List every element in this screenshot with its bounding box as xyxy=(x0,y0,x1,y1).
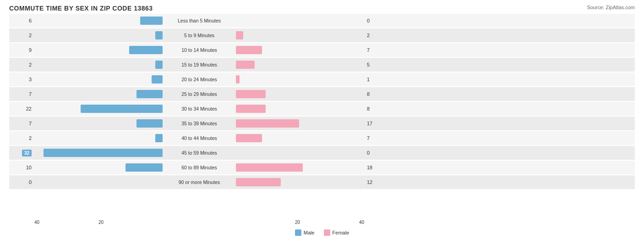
left-value: 32 xyxy=(9,150,34,156)
female-bar xyxy=(236,31,243,39)
right-bar-container xyxy=(236,105,364,113)
right-bar-container xyxy=(236,75,364,84)
table-row: 3 20 to 24 Minutes 1 xyxy=(9,73,635,86)
right-value: 8 xyxy=(364,106,387,112)
chart-container: COMMUTE TIME BY SEX IN ZIP CODE 13863 So… xyxy=(0,0,644,240)
left-value: 9 xyxy=(9,47,34,53)
female-bar xyxy=(236,178,281,186)
male-bar xyxy=(155,61,163,69)
row-label: 35 to 39 Minutes xyxy=(163,121,236,126)
female-legend-box xyxy=(324,229,330,236)
male-bar xyxy=(155,31,163,39)
left-bar-container xyxy=(34,105,163,113)
left-bar-container xyxy=(34,46,163,54)
right-value: 8 xyxy=(364,91,387,97)
row-label: 5 to 9 Minutes xyxy=(163,33,236,38)
table-row: 7 25 to 29 Minutes 8 xyxy=(9,87,635,101)
table-row: 9 10 to 14 Minutes 7 xyxy=(9,43,635,57)
legend-female: Female xyxy=(324,229,349,236)
male-bar xyxy=(152,75,163,84)
right-value: 2 xyxy=(364,33,387,38)
right-bar-container xyxy=(236,46,364,54)
left-value: 7 xyxy=(9,91,34,97)
left-bar-container xyxy=(34,31,163,39)
axis-right: 20 40 xyxy=(236,220,364,225)
female-bar xyxy=(236,105,266,113)
female-bar xyxy=(236,163,303,172)
table-row: 2 5 to 9 Minutes 2 xyxy=(9,28,635,42)
row-label: 20 to 24 Minutes xyxy=(163,77,236,82)
male-bar xyxy=(136,119,163,128)
table-row: 32 45 to 59 Minutes 0 xyxy=(9,146,635,160)
left-bar-container xyxy=(34,149,163,157)
right-value: 7 xyxy=(364,135,387,141)
left-value: 10 xyxy=(9,165,34,170)
right-bar-container xyxy=(236,17,364,25)
left-value: 7 xyxy=(9,121,34,126)
right-bar-container xyxy=(236,119,364,128)
left-bar-container xyxy=(34,61,163,69)
female-bar xyxy=(236,134,262,142)
right-value: 7 xyxy=(364,47,387,53)
male-bar xyxy=(126,163,163,172)
legend-male: Male xyxy=(295,229,315,236)
male-legend-box xyxy=(295,229,301,236)
left-bar-container xyxy=(34,119,163,128)
female-bar xyxy=(236,75,240,84)
left-value: 3 xyxy=(9,77,34,82)
chart-area: 6 Less than 5 Minutes 0 2 5 to 9 Minutes… xyxy=(9,14,635,216)
axis-left: 40 20 xyxy=(34,220,163,225)
male-bar xyxy=(140,17,163,25)
left-bar-container xyxy=(34,17,163,25)
male-legend-label: Male xyxy=(304,230,315,235)
right-bar-container xyxy=(236,90,364,98)
right-bar-container xyxy=(236,178,364,186)
right-value: 0 xyxy=(364,18,387,23)
legend-container: Male Female xyxy=(9,229,635,236)
male-bar xyxy=(155,134,163,142)
row-label: 60 to 89 Minutes xyxy=(163,165,236,170)
row-label: 45 to 59 Minutes xyxy=(163,150,236,156)
row-label: 40 to 44 Minutes xyxy=(163,135,236,141)
table-row: 2 15 to 19 Minutes 5 xyxy=(9,58,635,72)
table-row: 6 Less than 5 Minutes 0 xyxy=(9,14,635,28)
female-bar xyxy=(236,46,262,54)
right-value: 1 xyxy=(364,77,387,82)
right-bar-container xyxy=(236,31,364,39)
row-label: 10 to 14 Minutes xyxy=(163,47,236,53)
axis-left-max: 40 xyxy=(34,220,39,225)
right-value: 0 xyxy=(364,150,387,156)
left-value: 2 xyxy=(9,62,34,67)
left-bar-container xyxy=(34,163,163,172)
left-bar-container xyxy=(34,75,163,84)
right-value: 12 xyxy=(364,179,387,185)
female-bar xyxy=(236,90,266,98)
female-bar xyxy=(236,119,299,128)
chart-title: COMMUTE TIME BY SEX IN ZIP CODE 13863 xyxy=(9,5,635,12)
axis-row: 40 20 20 40 xyxy=(9,218,635,227)
axis-left-mid: 20 xyxy=(98,220,104,225)
table-row: 0 90 or more Minutes 12 xyxy=(9,175,635,189)
table-row: 10 60 to 89 Minutes 18 xyxy=(9,161,635,174)
left-bar-container xyxy=(34,134,163,142)
axis-right-max: 40 xyxy=(359,220,364,225)
row-label: 15 to 19 Minutes xyxy=(163,62,236,67)
male-bar xyxy=(44,149,163,157)
male-bar xyxy=(81,105,163,113)
left-value: 6 xyxy=(9,18,34,23)
left-value: 0 xyxy=(9,179,34,185)
right-value: 17 xyxy=(364,121,387,126)
row-label: 90 or more Minutes xyxy=(163,179,236,185)
left-value: 2 xyxy=(9,135,34,141)
right-value: 5 xyxy=(364,62,387,67)
right-bar-container xyxy=(236,149,364,157)
row-label: 30 to 34 Minutes xyxy=(163,106,236,112)
table-row: 2 40 to 44 Minutes 7 xyxy=(9,131,635,145)
right-bar-container xyxy=(236,61,364,69)
left-value: 22 xyxy=(9,106,34,112)
table-row: 22 30 to 34 Minutes 8 xyxy=(9,102,635,116)
right-bar-container xyxy=(236,134,364,142)
right-value: 18 xyxy=(364,165,387,170)
female-bar xyxy=(236,61,255,69)
female-legend-label: Female xyxy=(333,230,349,235)
